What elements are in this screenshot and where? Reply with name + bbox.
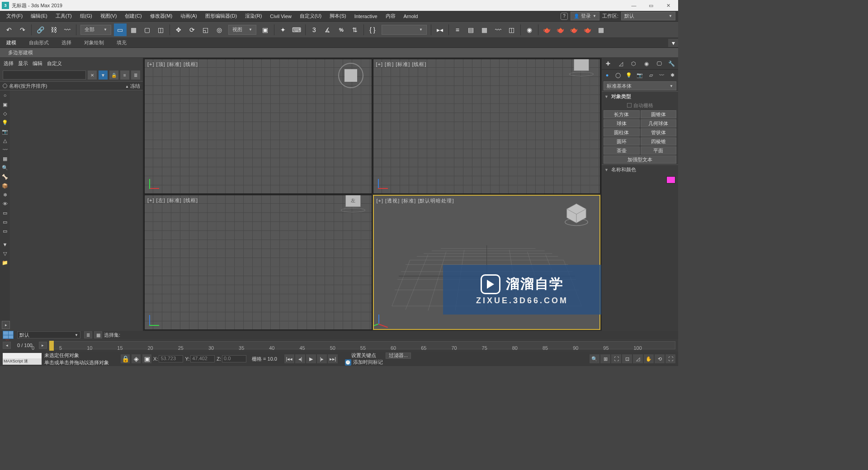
orbit-button[interactable]: ⟲ <box>655 354 665 363</box>
prev-key-button[interactable]: ◂ <box>3 342 11 349</box>
sort-icon[interactable]: ≡ <box>120 70 129 80</box>
filter-c-icon[interactable]: ▭ <box>1 227 9 235</box>
clear-search-icon[interactable]: ✕ <box>88 70 97 80</box>
scale-button[interactable]: ◱ <box>199 24 212 36</box>
zoom-extents-all-button[interactable]: ⊡ <box>622 354 632 363</box>
set-key-button[interactable]: 设置关键点 <box>351 352 376 359</box>
coord-x-input[interactable]: 53.723 <box>159 355 183 362</box>
scene-tab-display[interactable]: 显示 <box>18 60 28 67</box>
viewcube-front[interactable] <box>572 59 591 74</box>
menu-group[interactable]: 组(G) <box>76 12 96 20</box>
move-button[interactable]: ✥ <box>172 24 185 36</box>
primitive-tube[interactable]: 管状体 <box>641 128 677 136</box>
filter-xref-icon[interactable]: 🔍 <box>1 164 9 172</box>
filter-funnel-icon[interactable]: ▼ <box>99 70 108 80</box>
primitive-pyramid[interactable]: 四棱锥 <box>641 137 677 146</box>
utilities-tab-icon[interactable]: 🔧 <box>667 59 676 68</box>
expand-explorer-icon[interactable]: ▸ <box>2 321 10 329</box>
align-button[interactable]: ≡ <box>451 24 464 36</box>
render-in-cloud-button[interactable]: ▦ <box>595 24 608 36</box>
object-color-swatch[interactable] <box>666 176 675 183</box>
ribbon-minimize-button[interactable]: ▾ <box>668 39 678 47</box>
next-frame-button[interactable]: |▸ <box>317 354 327 363</box>
time-tag-icon[interactable]: 🕐 <box>345 359 351 366</box>
menu-file[interactable]: 文件(F) <box>3 12 26 20</box>
scene-tab-select[interactable]: 选择 <box>4 60 14 67</box>
menu-civilview[interactable]: Civil View <box>266 13 295 20</box>
rectangle-region-button[interactable]: ▢ <box>141 24 154 36</box>
viewcube-top[interactable] <box>338 63 363 88</box>
pivot-center-button[interactable]: ▣ <box>259 24 272 36</box>
render-production-button[interactable]: 🫖 <box>568 24 580 36</box>
ribbon-tab-objectpaint[interactable]: 对象绘制 <box>78 38 110 47</box>
primitive-geosphere[interactable]: 几何球体 <box>641 119 677 127</box>
frozen-column-header[interactable]: 冻结 <box>130 83 140 89</box>
filter-all-icon[interactable]: ○ <box>1 91 9 99</box>
primitive-cylinder[interactable]: 圆柱体 <box>604 128 640 136</box>
pan-button[interactable]: ✋ <box>644 354 654 363</box>
filter-bone-icon[interactable]: 🦴 <box>1 173 9 181</box>
layer-stack-icon[interactable]: ≣ <box>84 331 92 338</box>
close-button[interactable]: ✕ <box>660 1 676 10</box>
viewport-perspective[interactable]: [+] [透视] [标准] [默认明暗处理] <box>373 195 601 330</box>
primitive-sphere[interactable]: 球体 <box>604 119 640 127</box>
primitive-torus[interactable]: 圆环 <box>604 137 640 146</box>
filter-helper-icon[interactable]: △ <box>1 136 9 145</box>
filter-light-icon[interactable]: 💡 <box>1 118 9 127</box>
ribbon-tab-populate[interactable]: 填充 <box>110 38 133 47</box>
menu-tools[interactable]: 工具(T) <box>52 12 75 20</box>
scene-search-input[interactable] <box>3 70 86 80</box>
viewport-left-label[interactable]: [+] [左] [标准] [线框] <box>147 197 198 204</box>
menu-animation[interactable]: 动画(A) <box>177 12 201 20</box>
primitive-plane[interactable]: 平面 <box>641 146 677 155</box>
redo-button[interactable]: ↷ <box>16 24 29 36</box>
zoom-all-button[interactable]: ⊞ <box>600 354 610 363</box>
mirror-button[interactable]: ▸◂ <box>434 24 446 36</box>
layer-dropdown[interactable]: 默认▼ <box>17 331 80 338</box>
menu-arnold[interactable]: Arnold <box>400 13 422 20</box>
create-tab-icon[interactable]: ✚ <box>604 59 613 68</box>
key-filters-button[interactable]: 过滤器... <box>386 352 411 359</box>
funnel2-icon[interactable]: ▽ <box>1 249 9 258</box>
menu-create[interactable]: 创建(C) <box>121 12 145 20</box>
primitive-category-dropdown[interactable]: 标准基本体▼ <box>604 81 676 90</box>
select-by-name-button[interactable]: ▦ <box>127 24 140 36</box>
viewport-front-label[interactable]: [+] [前] [标准] [线框] <box>376 61 427 68</box>
ribbon-panel-polymodel[interactable]: 多边形建模 <box>4 48 38 57</box>
viewport-top-label[interactable]: [+] [顶] [标准] [线框] <box>147 61 198 68</box>
max-toggle-button[interactable]: ⛶ <box>665 354 675 363</box>
coord-z-input[interactable]: 0.0 <box>222 355 246 362</box>
display-tab-icon[interactable]: 🖵 <box>655 59 664 68</box>
undo-button[interactable]: ↶ <box>3 24 15 36</box>
unlink-button[interactable]: ⛓ <box>47 24 60 36</box>
zoom-extents-button[interactable]: ⛶ <box>611 354 621 363</box>
signin-dropdown[interactable]: 👤登录▼ <box>571 12 599 20</box>
motion-tab-icon[interactable]: ◉ <box>642 59 651 68</box>
rollout-name-color[interactable]: ▼名称和颜色 <box>602 164 678 174</box>
menu-grapheditors[interactable]: 图形编辑器(D) <box>202 12 241 20</box>
filter-spacewarp-icon[interactable]: 〰 <box>1 146 9 154</box>
folder-icon[interactable]: 📁 <box>1 258 9 267</box>
filter-hidden-icon[interactable]: 👁 <box>1 200 9 208</box>
goto-end-button[interactable]: ▸▸| <box>328 354 338 363</box>
viewcube-left[interactable]: 左 <box>344 195 363 210</box>
menu-customize[interactable]: 自定义(U) <box>296 12 325 20</box>
render-setup-button[interactable]: 🫖 <box>541 24 553 36</box>
menu-modifiers[interactable]: 修改器(M) <box>146 12 176 20</box>
window-crossing-button[interactable]: ◫ <box>155 24 167 36</box>
scene-list[interactable] <box>10 90 143 321</box>
cameras-category-icon[interactable]: 📷 <box>636 71 644 79</box>
funnel-icon[interactable]: ▼ <box>1 240 9 249</box>
rotate-button[interactable]: ⟳ <box>186 24 198 36</box>
coord-y-input[interactable]: 47.402 <box>190 355 215 362</box>
selection-filter-dropdown[interactable]: 全部▼ <box>80 25 111 35</box>
timeline-curve-icon[interactable]: 〰 <box>5 338 10 342</box>
lock-icon[interactable]: 🔒 <box>109 70 118 80</box>
scene-tab-edit[interactable]: 编辑 <box>33 60 42 67</box>
filter-shape-icon[interactable]: ◇ <box>1 109 9 118</box>
manipulate-button[interactable]: ✦ <box>277 24 289 36</box>
prev-frame-button[interactable]: ◂| <box>295 354 305 363</box>
menu-interactive[interactable]: Interactive <box>351 13 381 20</box>
viewport-left[interactable]: [+] [左] [标准] [线框] 左 <box>144 195 372 330</box>
filter-frozen-icon[interactable]: ❄ <box>1 191 9 199</box>
